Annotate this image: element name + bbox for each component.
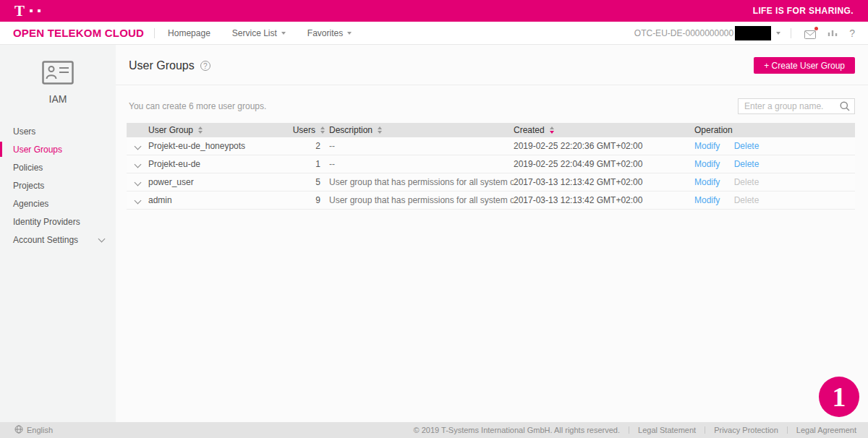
sidebar-item-agencies[interactable]: Agencies xyxy=(0,194,116,212)
column-header-users[interactable]: Users xyxy=(293,125,329,135)
header-icons: ? xyxy=(804,27,855,40)
row-expand-control[interactable] xyxy=(127,162,148,167)
group-description: User group that has permissions for all … xyxy=(329,195,514,205)
group-description: -- xyxy=(329,141,514,151)
chevron-down-icon xyxy=(281,32,286,35)
search-input[interactable] xyxy=(738,98,855,114)
main-content: User Groups ? + Create User Group You ca… xyxy=(116,45,868,422)
account-dropdown[interactable]: OTC-EU-DE-0000000000 xyxy=(634,26,780,40)
toolbar: You can create 6 more user groups. xyxy=(129,98,855,114)
delete-link[interactable]: Delete xyxy=(734,141,760,151)
usage-chart-icon[interactable] xyxy=(827,27,838,40)
copyright-text: © 2019 T-Systems International GmbH. All… xyxy=(414,426,620,434)
iam-card-icon xyxy=(42,74,74,87)
chevron-down-icon xyxy=(134,160,141,168)
divider xyxy=(791,28,791,38)
language-selector[interactable]: English xyxy=(14,425,53,435)
account-id-text: OTC-EU-DE-0000000000 xyxy=(634,28,733,38)
sidebar-item-users[interactable]: Users xyxy=(0,122,116,140)
column-header-description[interactable]: Description xyxy=(329,125,514,135)
messages-icon[interactable] xyxy=(804,29,816,38)
sidebar-item-policies[interactable]: Policies xyxy=(0,158,116,176)
sort-icon[interactable] xyxy=(378,126,382,134)
group-name: Projekt-eu-de xyxy=(148,159,293,169)
group-description: User group that has permissions for all … xyxy=(329,177,514,187)
notification-dot xyxy=(814,27,818,30)
footer-links: © 2019 T-Systems International GmbH. All… xyxy=(414,426,856,434)
sort-icon[interactable] xyxy=(198,126,203,134)
group-name: power_user xyxy=(148,177,293,187)
nav-favorites[interactable]: Favorites xyxy=(307,28,352,38)
sort-icon-active-desc[interactable] xyxy=(550,126,554,134)
chevron-down-icon xyxy=(134,179,141,186)
nav-homepage[interactable]: Homepage xyxy=(168,28,210,38)
chevron-down-icon xyxy=(98,236,106,243)
telekom-t-logo-icon: T xyxy=(14,4,41,19)
row-expand-control[interactable] xyxy=(127,198,148,203)
sidebar-menu: Users User Groups Policies Projects Agen… xyxy=(0,122,116,249)
modify-link[interactable]: Modify xyxy=(694,141,720,151)
brand-logo[interactable]: OPEN TELEKOM CLOUD xyxy=(13,27,144,39)
privacy-protection-link[interactable]: Privacy Protection xyxy=(714,426,778,434)
quota-hint-text: You can create 6 more user groups. xyxy=(129,101,266,111)
telekom-topbar: T LIFE IS FOR SHARING. xyxy=(0,0,868,22)
title-help-icon[interactable]: ? xyxy=(200,61,210,71)
body-wrap: IAM Users User Groups Policies Projects … xyxy=(0,45,868,422)
chevron-down-icon xyxy=(776,32,780,35)
table-header-row: User Group Users Description Created Ope… xyxy=(127,123,855,137)
column-header-created[interactable]: Created xyxy=(514,125,694,135)
divider xyxy=(787,426,788,434)
group-users-count: 1 xyxy=(293,159,329,169)
modify-link[interactable]: Modify xyxy=(694,159,720,169)
group-users-count: 9 xyxy=(293,195,329,205)
table-row: Projekt-eu-de 1 -- 2019-02-25 22:04:49 G… xyxy=(127,155,855,173)
group-created: 2017-03-13 12:13:42 GMT+02:00 xyxy=(514,177,694,187)
row-expand-control[interactable] xyxy=(127,180,148,185)
row-operations: Modify Delete xyxy=(694,141,855,151)
tagline-text: LIFE IS FOR SHARING. xyxy=(753,6,854,16)
row-operations: Modify Delete xyxy=(694,159,855,169)
group-created: 2017-03-13 12:13:42 GMT+02:00 xyxy=(514,195,694,205)
sidebar-item-user-groups[interactable]: User Groups xyxy=(0,140,116,158)
search-icon[interactable] xyxy=(840,101,850,114)
legal-agreement-link[interactable]: Legal Agreement xyxy=(796,426,856,434)
sort-icon[interactable] xyxy=(320,126,325,134)
chevron-down-icon xyxy=(134,197,141,204)
delete-link-disabled: Delete xyxy=(734,195,760,205)
divider xyxy=(705,426,705,434)
group-users-count: 5 xyxy=(293,177,329,187)
main-nav: Homepage Service List Favorites xyxy=(168,28,352,38)
chevron-down-icon xyxy=(347,32,352,35)
row-expand-control[interactable] xyxy=(127,144,148,149)
table-row: admin 9 User group that has permissions … xyxy=(127,192,855,210)
user-groups-table: User Group Users Description Created Ope… xyxy=(127,123,855,210)
page-title: User Groups xyxy=(129,59,195,72)
table-row: Projekt-eu-de_honeypots 2 -- 2019-02-25 … xyxy=(127,137,855,155)
modify-link[interactable]: Modify xyxy=(694,177,720,187)
delete-link[interactable]: Delete xyxy=(734,159,760,169)
delete-link-disabled: Delete xyxy=(734,177,760,187)
group-created: 2019-02-25 22:04:49 GMT+02:00 xyxy=(514,159,694,169)
sidebar-item-account-settings[interactable]: Account Settings xyxy=(0,231,116,249)
legal-statement-link[interactable]: Legal Statement xyxy=(638,426,696,434)
language-label: English xyxy=(27,426,53,434)
sidebar-item-identity-providers[interactable]: Identity Providers xyxy=(0,212,116,231)
redaction-box xyxy=(735,26,771,40)
create-user-group-button[interactable]: + Create User Group xyxy=(754,57,855,74)
modify-link[interactable]: Modify xyxy=(694,195,720,205)
sidebar-item-projects[interactable]: Projects xyxy=(0,176,116,194)
group-name: Projekt-eu-de_honeypots xyxy=(148,141,293,151)
chevron-down-icon xyxy=(134,142,141,150)
column-header-operation: Operation xyxy=(694,125,855,135)
help-icon[interactable]: ? xyxy=(849,28,855,38)
row-operations: Modify Delete xyxy=(694,195,855,205)
column-header-user-group[interactable]: User Group xyxy=(148,125,293,135)
sidebar: IAM Users User Groups Policies Projects … xyxy=(0,45,116,422)
nav-service-list[interactable]: Service List xyxy=(232,28,286,38)
annotation-step-badge: 1 xyxy=(819,377,859,417)
footer: English © 2019 T-Systems International G… xyxy=(0,422,868,438)
searchbox xyxy=(738,98,855,114)
row-operations: Modify Delete xyxy=(694,177,855,187)
service-title: IAM xyxy=(0,93,116,105)
console-header: OPEN TELEKOM CLOUD Homepage Service List… xyxy=(0,22,868,45)
